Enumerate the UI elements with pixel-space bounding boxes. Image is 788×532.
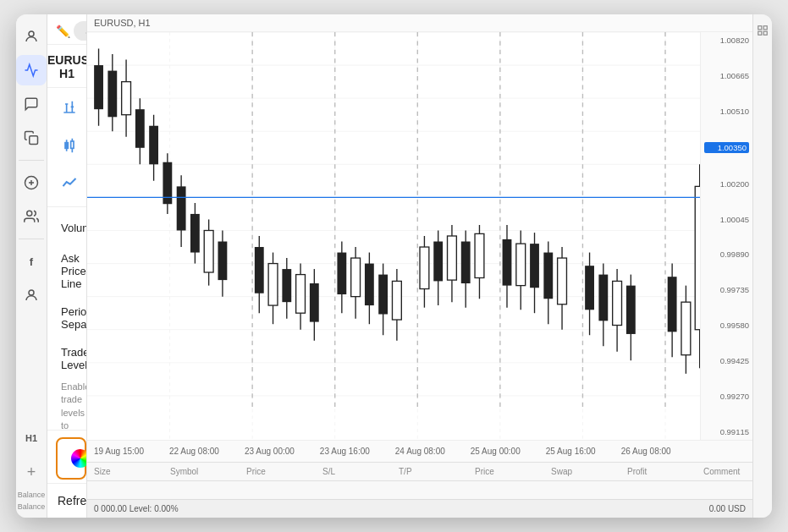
svg-rect-44	[135, 109, 145, 148]
time-label-1: 19 Aug 15:00	[94, 447, 144, 456]
col-size: Size	[94, 467, 136, 476]
time-label-3: 23 Aug 00:00	[245, 447, 295, 456]
chart-svg	[87, 32, 752, 440]
svg-rect-123	[763, 26, 767, 30]
col-symbol: Symbol	[170, 467, 212, 476]
person-icon[interactable]	[16, 21, 47, 52]
svg-rect-12	[65, 143, 68, 149]
svg-rect-61	[268, 264, 278, 306]
svg-rect-38	[94, 65, 103, 109]
price-7: 0.99890	[704, 250, 749, 259]
price-11: 0.99270	[704, 392, 749, 401]
time-label-8: 26 Aug 08:00	[621, 447, 671, 456]
candlestick-icon	[61, 136, 78, 155]
svg-rect-125	[763, 31, 767, 35]
tab-simple[interactable]: Simple	[74, 21, 87, 41]
period-sep-label: Period Separators	[61, 305, 86, 331]
left-sidebar: f H1 + Balance Balance	[16, 14, 47, 518]
refresh-button[interactable]: Refresh	[47, 483, 86, 518]
svg-point-5	[27, 211, 32, 216]
svg-rect-56	[218, 242, 227, 281]
volumes-label: Volumes	[61, 222, 86, 234]
ask-price-label: Ask Price Line	[61, 252, 86, 290]
svg-rect-52	[190, 214, 200, 253]
price-axis: 1.00820 1.00665 1.00510 1.00350 1.00200 …	[700, 32, 752, 440]
col-tp: T/P	[399, 467, 441, 476]
h1-icon[interactable]: H1	[16, 423, 47, 453]
svg-rect-103	[585, 266, 594, 310]
svg-rect-76	[378, 275, 388, 315]
grid-icon[interactable]	[753, 21, 772, 40]
price-3: 1.00510	[704, 107, 749, 116]
volumes-row: Volumes	[47, 211, 86, 244]
svg-rect-70	[337, 253, 346, 295]
trade-levels-label: Trade Levels	[61, 346, 86, 371]
time-label-7: 25 Aug 16:00	[546, 447, 596, 456]
svg-point-0	[29, 31, 34, 36]
svg-rect-46	[149, 126, 158, 165]
period-sep-row: Period Separators	[47, 298, 86, 338]
line-chart-icon	[61, 173, 78, 192]
balance-label: Balance	[18, 502, 46, 511]
svg-rect-96	[530, 244, 539, 288]
chart-type-bar[interactable]: Bar Chart	[47, 88, 86, 129]
chart-canvas: 1.00820 1.00665 1.00510 1.00350 1.00200 …	[87, 32, 752, 440]
svg-rect-83	[433, 242, 443, 282]
svg-rect-54	[204, 230, 213, 272]
price-highlight: 1.00350	[704, 142, 749, 153]
dollar-icon[interactable]: f	[16, 246, 47, 277]
colors-button[interactable]: Colors ›	[56, 437, 86, 480]
chart-type-candlesticks[interactable]: Candlesticks ✓	[47, 129, 86, 162]
panel-bottom: Colors › Refresh	[47, 430, 86, 518]
table-area: Size Symbol Price S/L T/P Price Swap Pro…	[87, 462, 752, 499]
svg-rect-42	[122, 82, 131, 115]
price-2: 1.00665	[704, 71, 749, 80]
svg-rect-1	[30, 136, 38, 145]
users-icon[interactable]	[16, 201, 47, 232]
price-1: 1.00820	[704, 36, 749, 45]
add-bottom-icon[interactable]: +	[16, 457, 47, 487]
svg-rect-87	[461, 242, 471, 284]
svg-rect-105	[598, 275, 608, 321]
price-6: 1.00045	[704, 215, 749, 224]
svg-rect-109	[626, 286, 636, 334]
price-8: 0.99735	[704, 285, 749, 294]
col-sl: S/L	[322, 467, 365, 476]
time-label-4: 23 Aug 16:00	[320, 447, 370, 456]
svg-rect-40	[107, 71, 117, 118]
svg-rect-72	[351, 258, 361, 297]
main-window: f H1 + Balance Balance ✏️ Simple Advance…	[16, 14, 772, 518]
price-9: 0.99580	[704, 321, 749, 330]
trade-levels-row: Trade Levels	[47, 338, 86, 379]
pencil-button[interactable]: ✏️	[56, 22, 70, 41]
chart-time-axis: 19 Aug 15:00 22 Aug 08:00 23 Aug 00:00 2…	[87, 440, 752, 462]
plus-circle-icon[interactable]	[16, 167, 47, 198]
col-price2: Price	[475, 467, 517, 476]
bar-chart-icon	[61, 99, 78, 118]
price-12: 0.99115	[704, 427, 749, 436]
status-bar: 0 000.00 Level: 0.00% 0.00 USD	[87, 499, 752, 518]
col-price1: Price	[246, 467, 289, 476]
person3-icon[interactable]	[16, 280, 47, 310]
svg-rect-63	[282, 269, 291, 302]
svg-rect-107	[613, 281, 622, 325]
svg-rect-59	[255, 247, 264, 293]
chart-type-line[interactable]: Line Chart	[47, 162, 86, 203]
copy-icon[interactable]	[16, 123, 47, 153]
svg-rect-112	[668, 277, 677, 332]
chart-icon[interactable]	[16, 55, 47, 85]
panel-title: EURUSD, H1	[47, 45, 86, 88]
svg-rect-85	[448, 236, 457, 280]
svg-rect-67	[310, 283, 319, 322]
table-header: Size Symbol Price S/L T/P Price Swap Pro…	[87, 463, 752, 481]
status-balance: 0.00 USD	[709, 504, 746, 513]
svg-rect-122	[758, 26, 762, 30]
time-label-5: 24 Aug 08:00	[395, 447, 445, 456]
svg-point-6	[29, 290, 34, 295]
divider-2	[19, 239, 44, 239]
svg-rect-94	[516, 244, 526, 286]
price-10: 0.99425	[704, 356, 749, 365]
svg-rect-100	[558, 258, 567, 304]
chat-icon[interactable]	[16, 89, 47, 119]
svg-rect-50	[177, 186, 186, 230]
